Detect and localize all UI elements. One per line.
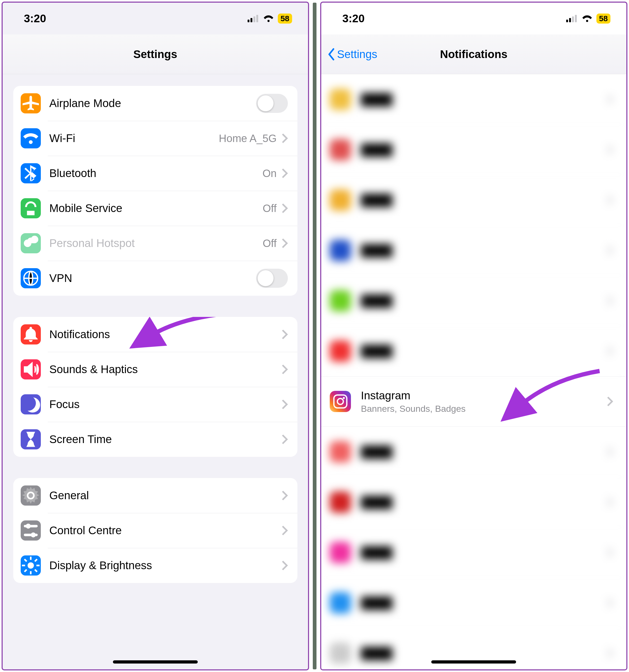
settings-scroll[interactable]: Airplane ModeWi-FiHome A_5GBluetoothOnMo… xyxy=(3,86,308,583)
nav-header: Settings Notifications xyxy=(321,34,627,74)
chevron-right-icon xyxy=(607,396,613,407)
row-label: Bluetooth xyxy=(49,167,262,179)
row-label: Focus xyxy=(49,398,281,411)
chevron-right-icon xyxy=(281,490,288,501)
wifi-icon xyxy=(263,15,274,23)
app-row-blurred[interactable]: ████ xyxy=(321,74,627,124)
row-value: On xyxy=(262,167,277,179)
settings-row-control[interactable]: Control Centre xyxy=(13,513,297,548)
app-row-blurred[interactable]: ████ xyxy=(321,326,627,376)
svg-rect-13 xyxy=(572,17,574,22)
app-row-blurred[interactable]: ████ xyxy=(321,124,627,175)
status-time: 3:20 xyxy=(24,12,248,25)
row-value: Off xyxy=(263,202,277,214)
svg-rect-11 xyxy=(566,20,568,22)
svg-rect-12 xyxy=(569,18,571,22)
row-label: VPN xyxy=(49,272,256,285)
status-time: 3:20 xyxy=(343,12,566,25)
svg-rect-15 xyxy=(334,395,347,408)
chevron-right-icon xyxy=(281,133,288,144)
chevron-right-icon xyxy=(281,560,288,571)
row-label: Airplane Mode xyxy=(49,97,256,110)
chevron-right-icon xyxy=(281,399,288,410)
focus-icon xyxy=(21,394,41,414)
chevron-right-icon xyxy=(281,238,288,248)
notifications-icon xyxy=(21,325,41,344)
row-label: Notifications xyxy=(49,328,281,341)
instagram-icon xyxy=(330,391,351,412)
nav-header: Settings xyxy=(3,34,308,74)
settings-row-vpn[interactable]: VPN xyxy=(13,261,297,296)
settings-row-wifi[interactable]: Wi-FiHome A_5G xyxy=(13,121,297,156)
bluetooth-icon xyxy=(21,163,41,183)
settings-row-hotspot[interactable]: Personal HotspotOff xyxy=(13,226,297,261)
app-name: Instagram xyxy=(361,389,607,402)
svg-rect-2 xyxy=(253,17,255,22)
screentime-icon xyxy=(21,429,41,450)
phone-notifications: 3:20 58 Settings Notifications ████ ████… xyxy=(320,2,628,670)
settings-row-screentime[interactable]: Screen Time xyxy=(13,422,297,457)
chevron-left-icon xyxy=(328,48,335,61)
chevron-right-icon xyxy=(281,525,288,536)
settings-row-sounds[interactable]: Sounds & Haptics xyxy=(13,352,297,387)
app-row-blurred[interactable]: ████ xyxy=(321,578,627,628)
row-value: Off xyxy=(263,237,277,249)
app-row-blurred[interactable]: ████ xyxy=(321,225,627,275)
status-icons: 58 xyxy=(566,14,610,24)
row-label: Personal Hotspot xyxy=(49,237,263,249)
status-icons: 58 xyxy=(248,14,292,24)
status-bar: 3:20 58 xyxy=(3,3,308,34)
toggle-switch[interactable] xyxy=(256,269,288,288)
app-row-blurred[interactable]: ████ xyxy=(321,477,627,527)
settings-row-display[interactable]: Display & Brightness xyxy=(13,548,297,583)
settings-row-bluetooth[interactable]: BluetoothOn xyxy=(13,156,297,191)
settings-row-notifications[interactable]: Notifications xyxy=(13,317,297,352)
screenshot-divider xyxy=(313,3,317,669)
back-label: Settings xyxy=(337,48,377,61)
back-button[interactable]: Settings xyxy=(328,48,377,61)
general-icon xyxy=(21,485,41,506)
page-title: Settings xyxy=(133,48,177,61)
notifications-list[interactable]: ████ ████ ████ ████ ████ ████ Instagram … xyxy=(321,74,627,670)
row-label: Display & Brightness xyxy=(49,559,281,572)
chevron-right-icon xyxy=(281,168,288,178)
settings-group-alerts: NotificationsSounds & HapticsFocusScreen… xyxy=(13,317,297,457)
home-indicator xyxy=(431,661,516,664)
settings-row-airplane[interactable]: Airplane Mode xyxy=(13,86,297,121)
svg-rect-1 xyxy=(251,18,252,22)
svg-point-9 xyxy=(31,532,36,537)
app-row-blurred[interactable]: ████ xyxy=(321,175,627,225)
svg-rect-14 xyxy=(575,15,577,22)
row-label: Sounds & Haptics xyxy=(49,363,281,376)
settings-row-general[interactable]: General xyxy=(13,478,297,513)
svg-rect-0 xyxy=(248,20,250,22)
signal-icon xyxy=(248,15,259,22)
settings-group-connectivity: Airplane ModeWi-FiHome A_5GBluetoothOnMo… xyxy=(13,86,297,296)
row-label: Control Centre xyxy=(49,524,281,537)
row-label: Screen Time xyxy=(49,433,281,446)
chevron-right-icon xyxy=(281,203,288,214)
display-icon xyxy=(21,555,41,576)
settings-row-focus[interactable]: Focus xyxy=(13,387,297,422)
chevron-right-icon xyxy=(281,329,288,340)
svg-point-16 xyxy=(337,399,343,405)
row-label: Wi-Fi xyxy=(49,132,219,145)
settings-row-mobile[interactable]: Mobile ServiceOff xyxy=(13,191,297,226)
app-row-blurred[interactable]: ████ xyxy=(321,628,627,670)
phone-settings: 3:20 58 Settings Airplane ModeWi-FiHome … xyxy=(2,2,309,670)
hotspot-icon xyxy=(21,233,41,253)
toggle-switch[interactable] xyxy=(256,94,288,113)
app-row-blurred[interactable]: ████ xyxy=(321,275,627,326)
settings-group-general: GeneralControl CentreDisplay & Brightnes… xyxy=(13,478,297,583)
app-row-instagram[interactable]: Instagram Banners, Sounds, Badges xyxy=(321,376,627,427)
battery-icon: 58 xyxy=(278,14,292,24)
airplane-icon xyxy=(21,93,41,114)
svg-rect-3 xyxy=(256,15,258,22)
svg-point-10 xyxy=(28,562,34,569)
svg-point-7 xyxy=(26,524,31,529)
signal-icon xyxy=(566,15,578,22)
app-row-blurred[interactable]: ████ xyxy=(321,427,627,477)
app-row-blurred[interactable]: ████ xyxy=(321,527,627,578)
page-title: Notifications xyxy=(440,48,507,61)
home-indicator xyxy=(113,661,198,664)
